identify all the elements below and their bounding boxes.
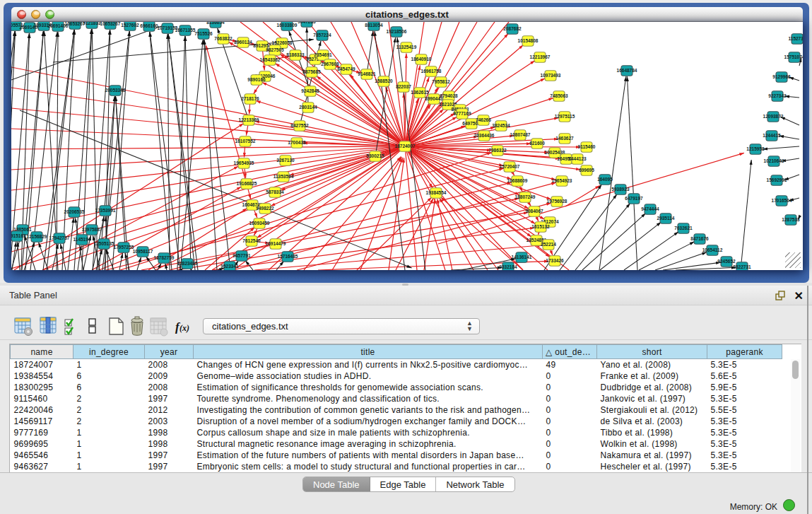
svg-text:3824534: 3824534 [492, 123, 510, 128]
svg-text:(x): (x) [180, 323, 189, 333]
svg-text:19166825: 19166825 [237, 181, 257, 186]
svg-text:20364436: 20364436 [474, 133, 495, 138]
svg-text:16961758: 16961758 [421, 69, 442, 74]
svg-text:1615132: 1615132 [531, 224, 550, 229]
svg-text:16107552: 16107552 [235, 139, 256, 144]
svg-text:7632621: 7632621 [674, 226, 693, 230]
svg-text:13975887: 13975887 [82, 227, 102, 232]
svg-text:20206535: 20206535 [64, 209, 85, 214]
svg-text:10807487: 10807487 [510, 132, 531, 137]
svg-text:10210643: 10210643 [764, 158, 784, 163]
svg-text:12093872: 12093872 [763, 114, 784, 119]
svg-text:3267130: 3267130 [276, 158, 295, 163]
svg-text:11325419: 11325419 [396, 45, 417, 49]
svg-text:17016504: 17016504 [772, 198, 792, 203]
svg-text:16914479: 16914479 [266, 241, 286, 246]
svg-text:7986322: 7986322 [488, 148, 507, 153]
svg-text:7857224: 7857224 [313, 33, 331, 37]
svg-text:9084067: 9084067 [525, 209, 543, 214]
svg-text:2935114: 2935114 [657, 216, 675, 221]
svg-text:9047283: 9047283 [298, 22, 316, 24]
svg-text:252214: 252214 [541, 242, 556, 247]
svg-text:19756928: 19756928 [547, 199, 567, 204]
svg-text:18640910: 18640910 [411, 57, 432, 62]
svg-text:10653267: 10653267 [100, 22, 121, 26]
svg-text:822037: 822037 [396, 84, 411, 89]
svg-text:621600: 621600 [529, 141, 545, 146]
svg-text:2718176: 2718176 [241, 96, 259, 101]
svg-text:7612540: 7612540 [242, 238, 261, 243]
svg-text:16093459: 16093459 [249, 221, 270, 226]
svg-text:5878334: 5878334 [266, 189, 284, 194]
svg-text:9474444: 9474444 [641, 206, 659, 211]
svg-text:2967608: 2967608 [321, 62, 339, 66]
svg-text:15692991: 15692991 [767, 177, 787, 182]
svg-text:8444123: 8444123 [568, 156, 587, 161]
svg-text:8427552: 8427552 [290, 123, 309, 128]
svg-text:2803144: 2803144 [299, 105, 317, 110]
svg-text:746266: 746266 [476, 117, 491, 122]
svg-text:6479197: 6479197 [625, 196, 643, 201]
svg-text:164095: 164095 [597, 177, 613, 182]
svg-text:20053346: 20053346 [105, 88, 126, 93]
svg-text:18807249: 18807249 [515, 194, 536, 199]
svg-text:9245652: 9245652 [717, 259, 736, 264]
svg-text:9146821: 9146821 [358, 71, 376, 76]
svg-text:3915163: 3915163 [11, 233, 26, 238]
svg-text:7955812: 7955812 [432, 79, 450, 84]
svg-text:16648784: 16648784 [617, 68, 637, 73]
svg-text:10154808: 10154808 [518, 38, 539, 43]
svg-text:1700438: 1700438 [288, 140, 306, 145]
svg-text:1463627: 1463627 [555, 136, 574, 141]
svg-text:699695: 699695 [579, 168, 594, 173]
svg-text:9777169: 9777169 [453, 111, 471, 116]
svg-text:8875685: 8875685 [302, 69, 321, 74]
svg-text:2354691: 2354691 [314, 52, 332, 57]
svg-text:1362615: 1362615 [411, 90, 429, 95]
svg-text:12156829: 12156829 [27, 234, 47, 239]
svg-text:12213967: 12213967 [530, 54, 551, 59]
svg-text:18724007: 18724007 [395, 144, 416, 148]
svg-text:9227342: 9227342 [768, 93, 787, 98]
svg-text:19654923: 19654923 [552, 178, 572, 183]
svg-text:9827505: 9827505 [266, 47, 284, 52]
svg-text:2087682: 2087682 [503, 26, 522, 31]
svg-text:19218506: 19218506 [387, 29, 407, 34]
svg-text:9242848: 9242848 [301, 88, 319, 93]
svg-text:15720407: 15720407 [500, 164, 520, 169]
svg-text:16033809: 16033809 [277, 23, 298, 28]
svg-text:19384554: 19384554 [426, 190, 447, 195]
svg-text:16543362: 16543362 [260, 57, 281, 62]
svg-text:11353594: 11353594 [273, 174, 294, 179]
svg-text:7663822: 7663822 [214, 36, 233, 41]
svg-text:6794028: 6794028 [440, 93, 458, 98]
svg-text:12975115: 12975115 [555, 114, 575, 119]
svg-text:17353991: 17353991 [95, 208, 116, 213]
svg-text:8471676: 8471676 [690, 236, 709, 241]
svg-text:9457791: 9457791 [233, 253, 251, 258]
svg-text:12213369: 12213369 [239, 117, 259, 122]
svg-text:8454749: 8454749 [337, 66, 355, 71]
svg-text:7515526: 7515526 [194, 31, 213, 36]
svg-text:5938923: 5938923 [611, 187, 630, 192]
svg-text:10973493: 10973493 [541, 73, 561, 78]
svg-text:14136141: 14136141 [512, 255, 532, 259]
svg-text:16782759: 16782759 [154, 255, 175, 260]
svg-text:9523341: 9523341 [220, 264, 239, 269]
svg-text:10688609: 10688609 [507, 178, 528, 183]
svg-text:17957255: 17957255 [114, 245, 134, 250]
svg-text:8136654: 8136654 [206, 22, 225, 25]
svg-text:8960124: 8960124 [234, 40, 252, 45]
svg-text:9332184: 9332184 [499, 264, 517, 269]
svg-text:8813054: 8813054 [365, 23, 383, 28]
svg-text:1527602: 1527602 [121, 23, 139, 28]
svg-text:9129966: 9129966 [772, 74, 791, 79]
svg-text:8822731: 8822731 [733, 264, 751, 269]
svg-text:15751074: 15751074 [784, 54, 803, 59]
svg-text:7485063: 7485063 [550, 93, 568, 98]
svg-text:8186323: 8186323 [286, 52, 305, 57]
svg-text:6966160: 6966160 [140, 23, 158, 28]
svg-text:15716485: 15716485 [278, 254, 298, 259]
svg-text:9890166: 9890166 [247, 77, 266, 82]
svg-text:10958117: 10958117 [133, 249, 153, 254]
